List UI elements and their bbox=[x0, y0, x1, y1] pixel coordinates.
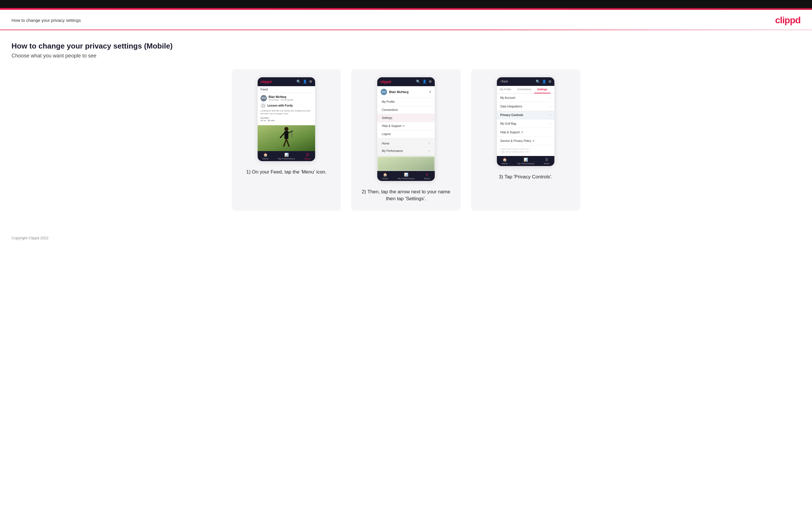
step2-nav-performance-btn[interactable]: 📊 My Performance bbox=[398, 173, 415, 180]
service-privacy-label: Service & Privacy Policy ↗ bbox=[500, 139, 535, 143]
home-icon-2: 🏠 bbox=[383, 173, 387, 177]
search-icon-3: 🔍 bbox=[536, 79, 540, 83]
home-icon: 🏠 bbox=[263, 153, 268, 157]
step2-home-nav-label: Home bbox=[382, 177, 388, 180]
tab-settings[interactable]: Settings bbox=[534, 86, 550, 93]
header: How to change your privacy settings clip… bbox=[0, 10, 812, 30]
step1-home-label: Home bbox=[262, 157, 268, 160]
step1-user-sub: Yesterday · Sunningdale bbox=[268, 99, 293, 101]
step2-icons: 🔍 👤 ⚙ bbox=[416, 79, 432, 83]
step1-bottom-nav: 🏠 Home 📊 My Performance ☰ Menu bbox=[258, 151, 315, 161]
page-content: How to change your privacy settings (Mob… bbox=[0, 30, 812, 231]
data-integrations-label: Data Integrations bbox=[500, 105, 522, 108]
step2-menu-my-profile[interactable]: My Profile bbox=[377, 98, 435, 106]
step2-user-row[interactable]: BM Blair McHarg ∧ bbox=[377, 86, 435, 98]
chevron-data: › bbox=[550, 105, 551, 108]
setting-data-integrations[interactable]: Data Integrations › bbox=[497, 102, 554, 111]
step1-icons: 🔍 👤 ⚙ bbox=[297, 79, 312, 83]
step2-nav-home-btn[interactable]: 🏠 Home bbox=[382, 173, 388, 180]
chevron-down-perf: ∨ bbox=[428, 149, 430, 152]
step2-menu-logout[interactable]: Logout bbox=[377, 130, 435, 138]
step2-menu-help[interactable]: Help & Support ↗ bbox=[377, 122, 435, 130]
step2-performance-nav-label: My Performance bbox=[398, 177, 415, 180]
step2-logo: clippd bbox=[380, 79, 391, 84]
step3-icons: 🔍 👤 ⚙ bbox=[536, 79, 552, 83]
step-3-description: 3) Tap 'Privacy Controls'. bbox=[499, 173, 553, 181]
settings-icon-2: ⚙ bbox=[429, 79, 432, 83]
step1-logo: clippd bbox=[260, 79, 271, 84]
step1-username: Blair McHarg bbox=[268, 95, 293, 99]
step1-avatar: BM bbox=[260, 95, 267, 101]
chevron-golf: › bbox=[550, 122, 551, 125]
step-1-card: clippd 🔍 👤 ⚙ Feed BM Blair McHarg bbox=[232, 69, 341, 211]
home-icon-3: 🏠 bbox=[503, 158, 507, 162]
step2-username: Blair McHarg bbox=[389, 90, 409, 94]
setting-service-privacy[interactable]: Service & Privacy Policy ↗ bbox=[497, 137, 554, 145]
step3-home-label: Home bbox=[502, 162, 508, 165]
step-3-card: ‹ Back 🔍 👤 ⚙ My Profile Connections Sett… bbox=[471, 69, 580, 211]
step1-golf-image bbox=[258, 125, 315, 151]
step3-nav-performance[interactable]: 📊 My Performance bbox=[517, 158, 534, 165]
setting-privacy-controls[interactable]: Privacy Controls › bbox=[497, 111, 554, 119]
step1-post: BM Blair McHarg Yesterday · Sunningdale … bbox=[258, 93, 315, 125]
step2-menu: BM Blair McHarg ∧ My Profile Connections… bbox=[377, 86, 435, 157]
step2-blur-overlay bbox=[377, 157, 435, 171]
help-support-label: Help & Support ↗ bbox=[500, 131, 523, 134]
close-icon: ✕ bbox=[425, 173, 428, 177]
step3-performance-label: My Performance bbox=[517, 162, 534, 165]
my-account-label: My Account bbox=[500, 96, 515, 99]
chevron-account: › bbox=[550, 96, 551, 99]
top-bar bbox=[0, 0, 812, 8]
step1-menu-label: Menu bbox=[305, 157, 310, 160]
svg-point-0 bbox=[285, 127, 289, 131]
step3-menu-label: Menu bbox=[544, 162, 550, 165]
step1-nav-home[interactable]: 🏠 Home bbox=[262, 153, 268, 160]
tab-connections[interactable]: Connections bbox=[514, 86, 534, 93]
client-version: Clippd Client Version: 2022.8.3-3 bbox=[500, 148, 551, 151]
step2-menu-connections[interactable]: Connections bbox=[377, 106, 435, 114]
menu-icon-3: ☰ bbox=[545, 158, 548, 162]
step2-menu-settings[interactable]: Settings bbox=[377, 114, 435, 122]
step3-bottom-nav: 🏠 Home 📊 My Performance ☰ Menu bbox=[497, 156, 554, 166]
step3-nav-home[interactable]: 🏠 Home bbox=[502, 158, 508, 165]
setting-my-account[interactable]: My Account › bbox=[497, 94, 554, 102]
step1-user-info: Blair McHarg Yesterday · Sunningdale bbox=[268, 95, 293, 101]
step1-nav-menu[interactable]: ☰ Menu bbox=[305, 153, 310, 160]
svg-line-4 bbox=[281, 133, 285, 137]
step2-navbar: clippd 🔍 👤 ⚙ bbox=[377, 77, 435, 86]
chevron-down-home: ∨ bbox=[428, 142, 430, 145]
step1-lesson-title: Lesson with Fordy bbox=[267, 104, 293, 107]
back-button[interactable]: ‹ Back bbox=[500, 80, 508, 83]
chart-icon-2: 📊 bbox=[404, 173, 408, 177]
step-2-phone: clippd 🔍 👤 ⚙ BM Blair McHarg ∧ bbox=[377, 77, 435, 181]
settings-icon: ⚙ bbox=[309, 79, 312, 83]
step1-nav-performance[interactable]: 📊 My Performance bbox=[278, 153, 295, 160]
step1-duration: Duration01 hr : 30 min bbox=[260, 117, 312, 122]
page-heading: How to change your privacy settings (Mob… bbox=[11, 42, 801, 51]
step3-settings-list: My Account › Data Integrations › Privacy… bbox=[497, 94, 554, 145]
step3-version-info: Clippd Client Version: 2022.8.3-3 GQL Se… bbox=[497, 145, 554, 156]
setting-help-support[interactable]: Help & Support ↗ bbox=[497, 128, 554, 137]
step-1-description: 1) On your Feed, tap the 'Menu' icon. bbox=[246, 169, 326, 176]
menu-icon: ☰ bbox=[306, 153, 309, 157]
back-label: Back bbox=[502, 80, 508, 83]
golfer-figure bbox=[279, 127, 294, 151]
step3-nav-menu[interactable]: ☰ Menu bbox=[544, 158, 550, 165]
step1-performance-label: My Performance bbox=[278, 157, 295, 160]
step2-nav-home[interactable]: Home ∨ bbox=[381, 140, 431, 147]
step2-performance-label: My Performance bbox=[382, 149, 403, 153]
step2-bg-image bbox=[377, 157, 435, 171]
search-icon: 🔍 bbox=[297, 79, 301, 83]
setting-my-golf-bag[interactable]: My Golf Bag › bbox=[497, 119, 554, 128]
step2-nav-menu-btn[interactable]: ✕ Menu bbox=[424, 173, 430, 180]
tab-my-profile[interactable]: My Profile bbox=[497, 86, 514, 93]
clippd-logo: clippd bbox=[775, 15, 801, 25]
svg-rect-1 bbox=[285, 131, 289, 139]
step3-navbar: ‹ Back 🔍 👤 ⚙ bbox=[497, 77, 554, 86]
svg-line-3 bbox=[287, 139, 289, 146]
step2-nav-section: Home ∨ My Performance ∨ bbox=[377, 138, 435, 157]
step-3-phone: ‹ Back 🔍 👤 ⚙ My Profile Connections Sett… bbox=[497, 77, 554, 166]
step2-bottom-nav: 🏠 Home 📊 My Performance ✕ Menu bbox=[377, 171, 435, 181]
step2-nav-performance[interactable]: My Performance ∨ bbox=[381, 147, 431, 155]
svg-line-2 bbox=[284, 139, 287, 146]
